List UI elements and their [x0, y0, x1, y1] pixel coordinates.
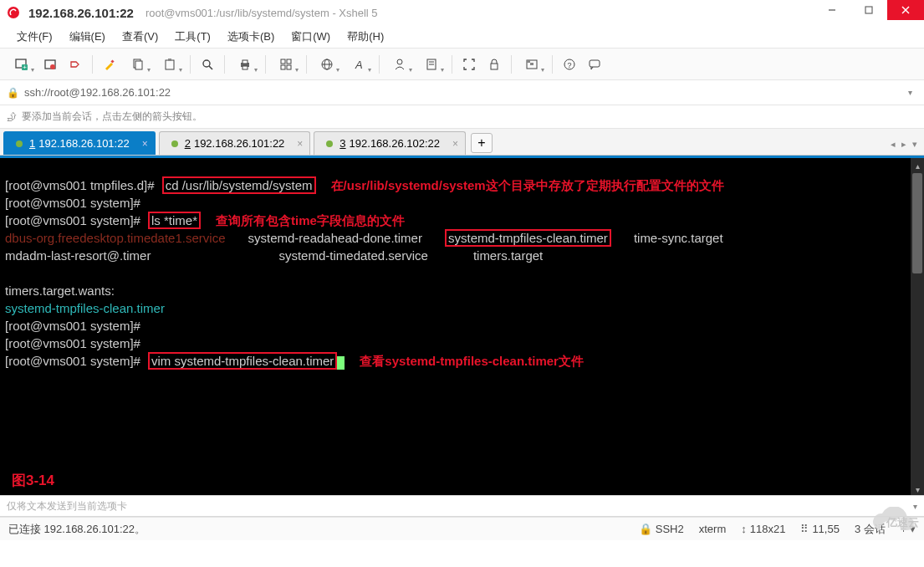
- chat-icon[interactable]: [583, 53, 606, 76]
- script-icon[interactable]: [416, 53, 447, 76]
- menu-window[interactable]: 窗口(W): [284, 26, 337, 48]
- fullscreen-icon[interactable]: [457, 53, 481, 76]
- prompt: [root@vms001 system]#: [5, 354, 140, 368]
- menu-help[interactable]: 帮助(H): [340, 26, 391, 48]
- terminal-scrollbar[interactable]: ▴ ▾: [911, 158, 924, 495]
- disconnect-icon[interactable]: [64, 53, 87, 76]
- out: timers.target: [473, 248, 543, 263]
- reconnect-icon[interactable]: [38, 53, 62, 76]
- new-session-icon[interactable]: +: [7, 53, 37, 76]
- minimize-button[interactable]: [814, 0, 850, 20]
- tab-label: 192.168.26.102:22: [350, 137, 440, 150]
- tab-3[interactable]: 3 192.168.26.102:22 ×: [314, 131, 466, 155]
- tab-close-icon[interactable]: ×: [452, 138, 458, 150]
- help-icon[interactable]: ?: [558, 53, 581, 76]
- svg-rect-18: [242, 60, 248, 64]
- lock-small-icon: 🔒: [7, 87, 19, 99]
- status-size: ↕118x21: [741, 523, 785, 535]
- svg-rect-35: [530, 63, 533, 65]
- figure-label: 图3-14: [12, 472, 54, 488]
- paste-icon[interactable]: [155, 53, 185, 76]
- scroll-down-icon[interactable]: ▾: [911, 482, 924, 495]
- tab-num: 2: [185, 137, 191, 150]
- menu-file[interactable]: 文件(F): [10, 26, 59, 48]
- menu-edit[interactable]: 编辑(E): [63, 26, 112, 48]
- out: systemd-tmpfiles-clean.timer: [5, 301, 165, 315]
- svg-rect-10: [110, 59, 114, 63]
- hint-arrow-icon[interactable]: ⮵: [7, 111, 17, 123]
- toolbar: + A ?: [0, 49, 924, 80]
- svg-rect-19: [242, 66, 248, 69]
- size-icon: ↕: [741, 523, 747, 535]
- print-icon[interactable]: [230, 53, 260, 76]
- search-icon[interactable]: [196, 53, 219, 76]
- status-pos: ⠿11,55: [800, 523, 840, 535]
- status-connection: 已连接 192.168.26.101:22。: [8, 522, 145, 537]
- copy-icon[interactable]: [123, 53, 153, 76]
- tab-label: 192.168.26.101:22: [194, 137, 284, 150]
- terminal[interactable]: [root@vms001 tmpfiles.d]# cd /usr/lib/sy…: [0, 156, 924, 495]
- status-dot-icon: [326, 140, 333, 147]
- svg-point-9: [50, 64, 55, 69]
- svg-rect-20: [281, 59, 285, 64]
- prompt: [root@vms001 system]#: [5, 319, 140, 333]
- tab-2[interactable]: 2 192.168.26.101:22 ×: [159, 131, 311, 155]
- window-ip: 192.168.26.101:22: [28, 6, 134, 20]
- tab-label: 192.168.26.101:22: [38, 137, 129, 150]
- svg-rect-22: [281, 65, 285, 69]
- layout-icon[interactable]: [271, 53, 301, 76]
- close-button[interactable]: [887, 0, 924, 20]
- send-bar[interactable]: 仅将文本发送到当前选项卡 ▾: [0, 495, 924, 517]
- status-term: xterm: [699, 523, 727, 535]
- font-icon[interactable]: A: [344, 53, 374, 76]
- out: dbus-org.freedesktop.timedate1.service: [5, 231, 225, 245]
- tab-close-icon[interactable]: ×: [142, 138, 148, 150]
- out: mdadm-last-resort@.timer: [5, 248, 151, 263]
- menu-view[interactable]: 查看(V): [115, 26, 165, 48]
- out: systemd-readahead-done.timer: [248, 231, 422, 245]
- annotation-1: 在/usr/lib/systemd/system这个目录中存放了定期执行配置文件…: [331, 178, 724, 192]
- cursor: [337, 356, 345, 370]
- tab-nav-arrows[interactable]: ◂ ▸ ▾: [891, 139, 919, 150]
- transparent-icon[interactable]: [517, 53, 547, 76]
- window-subtitle: root@vms001:/usr/lib/systemd/system - Xs…: [145, 7, 378, 19]
- tab-1[interactable]: 1 192.168.26.101:22 ×: [3, 131, 156, 155]
- status-ssh: 🔒SSH2: [639, 523, 684, 535]
- send-placeholder: 仅将文本发送到当前选项卡: [7, 499, 127, 513]
- menu-bar: 文件(F) 编辑(E) 查看(V) 工具(T) 选项卡(B) 窗口(W) 帮助(…: [0, 25, 924, 49]
- svg-line-16: [209, 66, 212, 69]
- svg-rect-34: [527, 60, 530, 63]
- svg-text:+: +: [23, 64, 27, 71]
- svg-point-28: [397, 59, 402, 64]
- menu-tab[interactable]: 选项卡(B): [221, 26, 281, 48]
- out: time-sync.target: [634, 231, 723, 245]
- cmd-cd: cd /usr/lib/systemd/system: [162, 176, 316, 194]
- annotation-2: 查询所有包含time字段信息的文件: [216, 213, 405, 227]
- address-dropdown-icon[interactable]: ▾: [903, 88, 917, 97]
- tab-num: 3: [339, 137, 345, 150]
- properties-icon[interactable]: [98, 53, 121, 76]
- user-icon[interactable]: [385, 53, 415, 76]
- menu-tools[interactable]: 工具(T): [168, 26, 217, 48]
- scroll-up-icon[interactable]: ▴: [911, 158, 924, 171]
- prompt: [root@vms001 system]#: [5, 336, 140, 350]
- tab-close-icon[interactable]: ×: [297, 138, 303, 150]
- svg-rect-32: [491, 64, 498, 69]
- status-dot-icon: [16, 140, 23, 147]
- svg-rect-38: [590, 60, 600, 67]
- svg-point-15: [203, 60, 210, 67]
- lock-icon[interactable]: [482, 53, 506, 76]
- tab-row: 1 192.168.26.101:22 × 2 192.168.26.101:2…: [0, 129, 924, 156]
- tab-add-button[interactable]: +: [471, 133, 493, 153]
- hint-bar: ⮵ 要添加当前会话，点击左侧的箭头按钮。: [0, 105, 924, 129]
- address-url: ssh://root@192.168.26.101:22: [24, 86, 171, 99]
- prompt: [root@vms001 tmpfiles.d]#: [5, 178, 155, 192]
- cmd-ls: ls *time*: [148, 212, 201, 229]
- globe-icon[interactable]: [312, 53, 342, 76]
- pos-icon: ⠿: [800, 523, 809, 535]
- svg-rect-21: [287, 59, 291, 64]
- address-bar[interactable]: 🔒 ssh://root@192.168.26.101:22 ▾: [0, 80, 924, 105]
- maximize-button[interactable]: [850, 0, 887, 20]
- out-highlight: systemd-tmpfiles-clean.timer: [445, 229, 611, 247]
- scroll-thumb[interactable]: [912, 173, 922, 273]
